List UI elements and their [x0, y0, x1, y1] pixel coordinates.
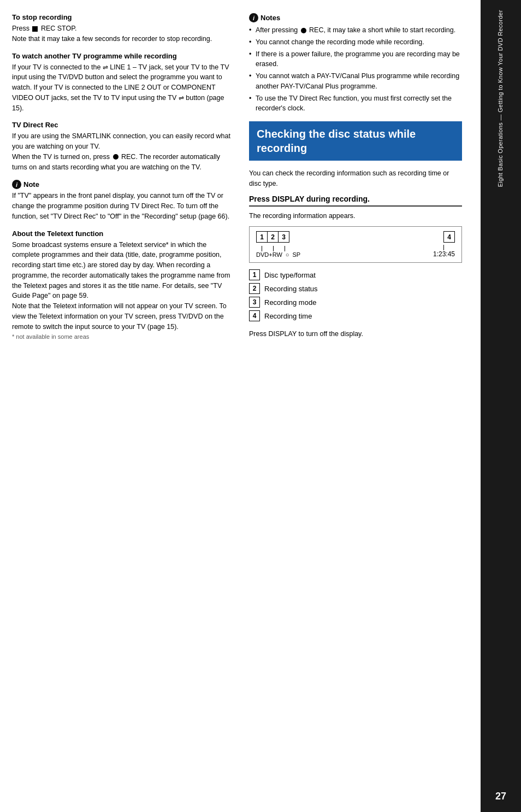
tv-direct-rec-title: TV Direct Rec [12, 121, 236, 129]
tick-4 [443, 245, 444, 250]
item-num-3: 3 [249, 297, 260, 308]
section-intro: You can check the recording information … [249, 168, 462, 189]
item-label-1: Disc type/format [264, 271, 316, 279]
page-number: 27 [495, 791, 506, 802]
press-display-body: The recording information appears. [249, 211, 462, 221]
tick-1 [262, 246, 262, 251]
teletext-title: About the Teletext function [12, 230, 236, 238]
note-item-2: You cannot change the recording mode whi… [249, 37, 462, 48]
teletext-footnote: * not available in some areas [12, 333, 89, 340]
item-label-4: Recording time [264, 312, 312, 320]
note-icon: i [12, 180, 21, 189]
item-label-3: Recording mode [264, 298, 316, 307]
item-row-4: 4 Recording time [249, 310, 462, 321]
line-symbol: ⇌ [103, 62, 108, 72]
item-num-2: 2 [249, 283, 260, 294]
item-row-2: 2 Recording status [249, 283, 462, 294]
stop-recording-title: To stop recording [12, 13, 236, 21]
press-display-off: Press DISPLAY to turn off the display. [249, 329, 462, 339]
stop-icon [32, 26, 38, 32]
sidebar-label: Eight Basic Operations — Getting to Know… [494, 5, 507, 191]
diagram-labels: DVD+RW ○ SP [256, 251, 300, 258]
num-box-1: 1 [256, 231, 268, 243]
tv-direct-note-box: i Note If "TV" appears in the front pane… [12, 180, 236, 221]
time-value: 1:23:45 [433, 250, 455, 258]
stop-recording-body: Press REC STOP. Note that it may take a … [12, 23, 236, 44]
num-box-2: 2 [267, 231, 279, 243]
notes-heading: Notes [260, 14, 280, 22]
tv-symbol: ⇌ [179, 93, 184, 103]
item-num-1: 1 [249, 269, 260, 280]
diagram-right: 4 1:23:45 [433, 231, 455, 258]
watch-another-title: To watch another TV programme while reco… [12, 52, 236, 60]
rec-icon [113, 154, 119, 160]
sp-label: SP [292, 251, 300, 258]
rec-circle-icon [301, 28, 306, 33]
note-item-3: If there is a power failure, the program… [249, 49, 462, 70]
item-num-4: 4 [249, 310, 260, 321]
item-row-1: 1 Disc type/format [249, 269, 462, 280]
teletext-body: Some broadcast systems ensure a Teletext… [12, 240, 236, 343]
note-item-1: After pressing REC, it may take a short … [249, 25, 462, 36]
notes-icon: i [249, 13, 258, 22]
num-box-4: 4 [443, 231, 455, 243]
num-box-3: 3 [278, 231, 289, 243]
items-list: 1 Disc type/format 2 Recording status 3 … [249, 269, 462, 321]
note-item-4: You cannot watch a PAY-TV/Canal Plus pro… [249, 71, 462, 92]
notes-list: After pressing REC, it may take a short … [249, 25, 462, 114]
note-item-5: To use the TV Direct Rec function, you m… [249, 93, 462, 114]
recording-info-diagram: 1 2 3 [249, 226, 462, 263]
time-label: 1:23:45 [433, 245, 455, 258]
item-label-2: Recording status [264, 285, 318, 293]
tick-lines [256, 246, 291, 251]
press-display-heading: Press DISPLAY during recording. [249, 195, 462, 207]
watch-another-body: If your TV is connected to the ⇌ LINE 1 … [12, 62, 236, 114]
tv-direct-rec-body: If you are using the SMARTLINK connectio… [12, 131, 236, 172]
highlight-section: Checking the disc status while recording [249, 121, 462, 161]
note-body: If "TV" appears in the front panel displ… [12, 191, 236, 221]
diagram-box: 1 2 3 [249, 226, 462, 263]
note-heading: Note [23, 180, 39, 189]
sidebar: Eight Basic Operations — Getting to Know… [481, 0, 521, 812]
dvd-rw-label: DVD+RW [256, 251, 282, 258]
tv-direct-rec-section: TV Direct Rec If you are using the SMART… [12, 121, 236, 172]
notes-box: i Notes After pressing REC, it may take … [249, 13, 462, 114]
num-boxes-row: 1 2 3 [256, 231, 300, 243]
item-row-3: 3 Recording mode [249, 297, 462, 308]
teletext-section: About the Teletext function Some broadca… [12, 230, 236, 343]
tick-3 [285, 246, 285, 251]
diagram-left: 1 2 3 [256, 231, 300, 258]
stop-recording-section: To stop recording Press REC STOP. Note t… [12, 13, 236, 44]
highlight-title: Checking the disc status while recording [257, 127, 454, 155]
tick-2 [273, 246, 274, 251]
watch-another-section: To watch another TV programme while reco… [12, 52, 236, 114]
circle-label: ○ [286, 251, 289, 258]
